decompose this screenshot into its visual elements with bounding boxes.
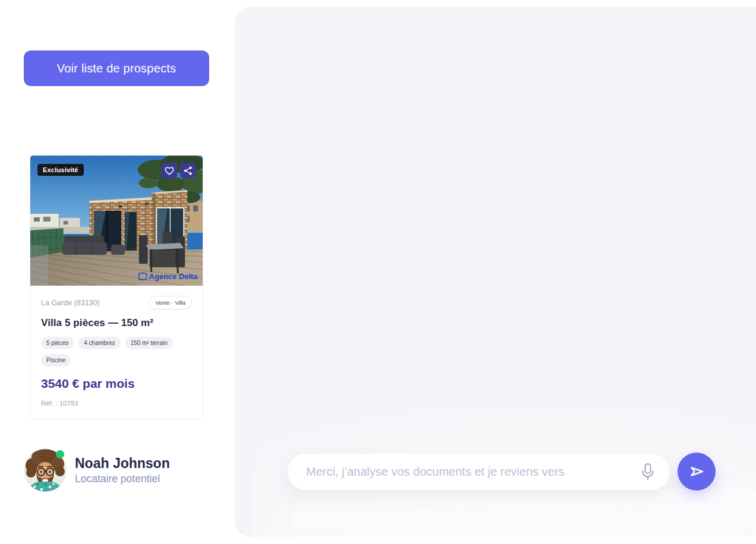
chat-panel bbox=[235, 7, 756, 537]
left-panel: Voir liste de prospects bbox=[0, 0, 235, 544]
send-paper-plane-icon bbox=[686, 461, 707, 482]
exclusivity-badge: Exclusivité bbox=[37, 164, 84, 176]
favorite-button[interactable] bbox=[162, 163, 177, 178]
user-name: Noah Johnson bbox=[75, 456, 170, 472]
heart-icon bbox=[165, 166, 174, 175]
avatar bbox=[24, 449, 67, 492]
chat-message-input[interactable] bbox=[288, 454, 670, 490]
microphone-button[interactable] bbox=[639, 462, 657, 482]
online-status-dot bbox=[56, 450, 64, 458]
property-price: 3540 € par mois bbox=[41, 377, 192, 391]
user-profile: Noah Johnson Locataire potentiel bbox=[24, 449, 170, 492]
property-location: La Garde (83130) bbox=[41, 299, 100, 307]
property-card-body: La Garde (83130) Vente · Villa Villa 5 p… bbox=[30, 286, 203, 419]
property-title: Villa 5 pièces — 150 m² bbox=[41, 317, 192, 329]
chat-input-container bbox=[288, 454, 670, 490]
tag-land: 150 m² terrain bbox=[125, 337, 173, 349]
tag-rooms: 5 pièces bbox=[41, 337, 74, 349]
photo-actions bbox=[162, 163, 196, 178]
send-button[interactable] bbox=[678, 453, 716, 491]
user-text: Noah Johnson Locataire potentiel bbox=[75, 456, 170, 486]
chat-input-row bbox=[235, 7, 756, 537]
app-root: Voir liste de prospects bbox=[0, 0, 756, 544]
property-tags: 5 pièces 4 chambres 150 m² terrain Pisci… bbox=[41, 337, 192, 366]
property-card[interactable]: Agence Delta Exclusivité bbox=[30, 155, 203, 419]
property-photo: Agence Delta Exclusivité bbox=[30, 156, 203, 286]
share-icon bbox=[184, 166, 193, 175]
microphone-icon bbox=[641, 463, 655, 482]
tag-pool: Piscine bbox=[41, 354, 71, 366]
user-role: Locataire potentiel bbox=[75, 473, 170, 485]
property-reference: Réf. : 10793 bbox=[41, 400, 192, 407]
prospects-list-button[interactable]: Voir liste de prospects bbox=[24, 50, 209, 86]
svg-text:Agence Delta: Agence Delta bbox=[149, 272, 198, 281]
listing-type-badge: Vente · Villa bbox=[149, 296, 192, 309]
tag-bedrooms: 4 chambres bbox=[78, 337, 120, 349]
share-button[interactable] bbox=[180, 163, 196, 178]
